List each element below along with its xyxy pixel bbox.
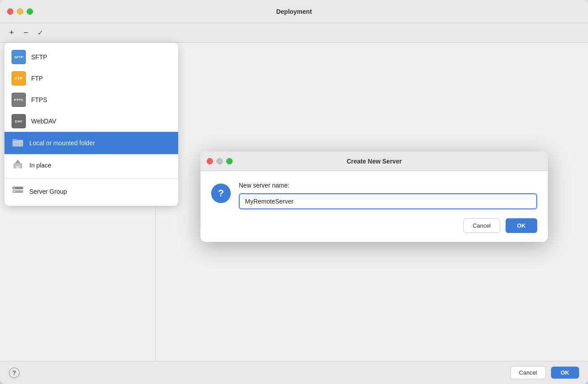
dialog-ok-button[interactable]: OK	[506, 218, 538, 233]
svg-rect-5	[16, 166, 20, 168]
menu-item-local[interactable]: Local or mounted folder	[4, 132, 178, 154]
main-cancel-button[interactable]: Cancel	[510, 366, 545, 379]
remove-button[interactable]: −	[20, 27, 32, 39]
menu-item-inplace[interactable]: In place	[4, 154, 178, 176]
dialog-title: Create New Server	[347, 158, 402, 165]
ftp-icon: FTP	[12, 71, 26, 86]
local-label: Local or mounted folder	[29, 139, 95, 147]
svg-rect-2	[13, 142, 22, 142]
dialog-close-button[interactable]	[207, 158, 213, 164]
svg-rect-9	[13, 191, 15, 192]
ftps-icon: FTPS	[12, 93, 26, 107]
main-ok-button[interactable]: OK	[551, 367, 580, 379]
inplace-label: In place	[29, 162, 51, 169]
inplace-icon	[12, 158, 24, 173]
minimize-button[interactable]	[17, 8, 23, 15]
server-name-input[interactable]	[239, 193, 537, 209]
dialog-minimize-button[interactable]	[216, 158, 223, 164]
webdav-label: WebDAV	[31, 118, 56, 125]
bottom-left: ?	[9, 368, 20, 378]
close-button[interactable]	[7, 8, 13, 15]
dialog-footer: Cancel OK	[200, 218, 548, 242]
menu-item-servergroup[interactable]: Server Group	[4, 180, 178, 202]
help-button[interactable]: ?	[9, 368, 20, 378]
toolbar: + − ✓	[0, 23, 588, 43]
svg-marker-4	[15, 159, 20, 163]
dialog-field-label: New server name:	[239, 182, 537, 189]
ftps-label: FTPS	[31, 96, 47, 103]
add-button[interactable]: +	[5, 27, 18, 39]
title-bar: Deployment	[0, 0, 588, 23]
dialog-form: New server name:	[239, 182, 537, 209]
dialog-info-icon: ?	[211, 184, 231, 203]
local-folder-icon	[12, 135, 24, 151]
menu-item-ftp[interactable]: FTP FTP	[4, 68, 178, 89]
dialog-maximize-button[interactable]	[226, 158, 233, 164]
title-bar-buttons	[7, 8, 33, 15]
check-button[interactable]: ✓	[34, 27, 46, 39]
create-server-dialog: Create New Server ? New server name: Can…	[200, 151, 548, 242]
dialog-title-bar: Create New Server	[200, 151, 548, 171]
servergroup-label: Server Group	[29, 188, 67, 195]
window-title: Deployment	[276, 8, 312, 15]
dialog-traffic-lights	[207, 158, 233, 164]
menu-item-ftps[interactable]: FTPS FTPS	[4, 89, 178, 110]
maximize-button[interactable]	[27, 8, 33, 15]
type-dropdown-menu: SFTP SFTP FTP FTP FTPS FTPS	[4, 43, 178, 206]
menu-separator	[4, 178, 178, 179]
bottom-right: Cancel OK	[510, 366, 579, 379]
svg-rect-1	[12, 139, 17, 141]
sftp-icon: SFTP	[12, 50, 26, 64]
svg-rect-8	[13, 188, 15, 188]
menu-item-webdav[interactable]: DAV WebDAV	[4, 110, 178, 132]
webdav-icon: DAV	[12, 114, 26, 128]
bottom-bar: ? Cancel OK	[0, 361, 588, 384]
sidebar: SFTP SFTP FTP FTP FTPS FTPS	[0, 43, 156, 361]
ftp-label: FTP	[31, 75, 43, 82]
servergroup-icon	[12, 184, 24, 199]
sftp-label: SFTP	[31, 53, 47, 61]
svg-rect-0	[12, 140, 23, 147]
dialog-body: ? New server name:	[200, 171, 548, 218]
main-window: Deployment + − ✓ SFTP SFTP FTP	[0, 0, 588, 384]
dialog-cancel-button[interactable]: Cancel	[463, 218, 500, 233]
menu-item-sftp[interactable]: SFTP SFTP	[4, 46, 178, 68]
